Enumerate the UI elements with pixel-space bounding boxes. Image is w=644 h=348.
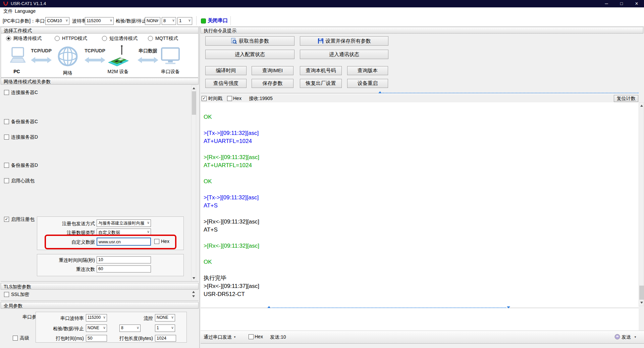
scroll-down-icon[interactable] (193, 277, 195, 279)
splitter-dotted-line[interactable] (272, 307, 506, 308)
app-window: USR-CAT1 V1.1.4 ─ □ × 文件 Language [PC串口参… (0, 0, 644, 348)
command-button[interactable]: 查询本机号码 (300, 66, 342, 75)
reg-send-mode-label: 注册包发送方式 (37, 221, 95, 227)
command-button[interactable]: 查信号强度 (205, 79, 247, 88)
send-button[interactable]: 发送 (622, 334, 631, 340)
command-button[interactable]: 恢复出厂设置 (300, 79, 342, 88)
log-line (204, 186, 259, 194)
log-line (204, 266, 259, 274)
close-port-button[interactable]: 关闭串口 (208, 17, 228, 24)
scrollbar-thumb[interactable] (192, 91, 196, 115)
link-label: TCP/UDP (85, 48, 105, 53)
log-line (204, 210, 259, 218)
send-bar (201, 331, 644, 344)
dropdown-arrow-icon[interactable]: ▼ (634, 336, 637, 339)
send-via-serial-button[interactable]: 通过串口发送 (204, 334, 232, 340)
gp-baud-select[interactable]: 115200 ∨ (86, 314, 107, 321)
gp-pack-time-input[interactable]: 50 (86, 335, 107, 342)
splitter-arrow-icon[interactable] (267, 306, 271, 308)
log-lines: OK >[Tx->][09:11:32][asc]AT+UARTFL=1024 … (204, 113, 259, 298)
gp-parity-select[interactable]: NONE ∨ (86, 325, 107, 332)
node-label-network: 网络 (58, 70, 78, 76)
radio-icon (55, 36, 60, 41)
stopbits-select[interactable]: 1 ∨ (177, 17, 192, 25)
gp-stopbits-select[interactable]: 1 ∨ (155, 325, 175, 332)
splitter-dotted-line[interactable] (382, 93, 639, 93)
gp-flow-select[interactable]: NONE ∨ (155, 314, 175, 321)
port-open-indicator-icon (201, 18, 206, 23)
parity-select[interactable]: NONI ∨ (145, 17, 160, 25)
command-button[interactable]: 设备重启 (347, 79, 388, 88)
log-line: AT+UARTFL=1024 (204, 161, 259, 169)
checkbox-icon: ✓ (4, 217, 9, 222)
chevron-down-icon: ∨ (103, 326, 106, 330)
scroll-up-icon[interactable] (193, 87, 195, 89)
command-button[interactable]: 查询版本 (347, 66, 388, 75)
log-line: 执行完毕 (204, 274, 259, 282)
toolbar-separator (230, 16, 231, 25)
menu-file[interactable]: 文件 (3, 8, 13, 14)
global-params-header: 全局参数 (1, 302, 199, 309)
log-line: USR-DR512-CT (204, 290, 259, 298)
gp-databits-select[interactable]: 8 ∨ (119, 325, 141, 332)
reconnect-interval-input[interactable]: 10 (97, 256, 151, 263)
maximize-button[interactable]: □ (616, 0, 627, 7)
scrollbar-thumb[interactable] (639, 286, 644, 300)
send-icon (614, 334, 620, 340)
get-params-button[interactable]: 获取当前参数 (205, 36, 294, 46)
baud-select[interactable]: 115200 ∨ (85, 17, 114, 25)
baud-label: 波特率 (72, 18, 86, 24)
command-panel-header: 执行命令及提示 (201, 27, 643, 34)
work-mode-header: 选择工作模式 (1, 27, 199, 34)
enter-comm-button[interactable]: 进入通讯状态 (300, 50, 388, 59)
dropdown-arrow-icon[interactable]: ▼ (233, 336, 236, 339)
spin-down-icon[interactable] (192, 295, 195, 297)
reset-count-button[interactable]: 复位计数 (614, 95, 638, 102)
log-scrollbar[interactable] (639, 102, 644, 306)
scroll-down-icon[interactable] (640, 302, 643, 304)
reg-send-mode-select[interactable]: 与服务器建立连接时向服 ∨ (97, 219, 151, 227)
com-port-select[interactable]: COM10 ∨ (45, 17, 69, 25)
radio-icon (102, 36, 107, 41)
arrow-icon (85, 56, 105, 64)
log-line (204, 250, 259, 258)
scroll-up-icon[interactable] (640, 105, 643, 107)
reconnect-count-label: 重连次数 (37, 266, 95, 272)
minimize-button[interactable]: ─ (601, 0, 612, 7)
log-line: >[Rx<-][09:11:32][asc] (204, 242, 259, 250)
pc-icon (8, 47, 27, 65)
close-button[interactable]: × (631, 0, 642, 7)
spin-up-icon[interactable] (192, 291, 195, 293)
reconnect-count-input[interactable]: 60 (97, 265, 151, 272)
splitter-arrow-icon[interactable] (378, 91, 382, 93)
checkbox-icon (13, 336, 18, 341)
sent-counter: 发送:10 (270, 334, 286, 340)
set-save-params-button[interactable]: 设置并保存所有参数 (300, 36, 388, 46)
checkbox-icon (4, 163, 9, 168)
enter-config-button[interactable]: 进入配置状态 (205, 50, 294, 59)
chevron-down-icon: ∨ (147, 220, 150, 225)
menu-language[interactable]: Language (15, 8, 36, 14)
save-floppy-icon (318, 38, 324, 44)
radio-icon (6, 36, 11, 41)
log-area[interactable] (201, 102, 639, 331)
checkbox-icon (4, 178, 9, 183)
checkbox-icon (4, 119, 9, 124)
splitter-arrow-icon[interactable] (507, 306, 510, 308)
serial-device-icon (161, 47, 180, 65)
chevron-down-icon: ∨ (110, 18, 112, 22)
highlight-red-box (45, 235, 176, 249)
log-line (204, 234, 259, 242)
chevron-down-icon: ∨ (171, 326, 174, 330)
command-button[interactable]: 编译时间 (205, 66, 247, 75)
tls-section-spinner[interactable] (191, 290, 196, 299)
command-button[interactable]: 保存参数 (252, 79, 293, 88)
panel-divider (199, 26, 200, 348)
command-button[interactable]: 查询IMEI (252, 66, 293, 75)
gp-pack-len-input[interactable]: 1024 (155, 335, 176, 342)
databits-select[interactable]: 8 ∨ (162, 17, 176, 25)
reconnect-interval-label: 重连时间间隔(秒) (37, 257, 95, 263)
gp-pack-time-label: 打包时间(ms) (44, 336, 84, 342)
arrow-icon (138, 56, 158, 64)
left-panel-scrollbar[interactable] (191, 85, 196, 282)
